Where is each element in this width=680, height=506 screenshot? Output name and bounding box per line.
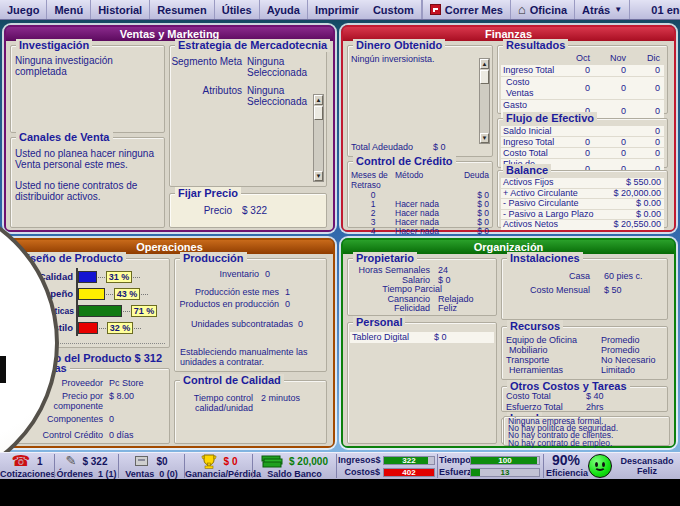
menu-juego[interactable]: Juego [0,0,47,19]
produccion-mes-label: Producción este mes [175,287,279,297]
esfuerzo-meter: 13 [470,468,540,477]
estado-indicator: Descansado Feliz [616,453,678,480]
tablero-digital-value: $ 0 [434,332,494,343]
costos-label: Costos$ [338,467,380,477]
bar-estilo [78,322,98,334]
productos-produccion-label: Productos en producción [175,299,279,309]
costo-mensual-label: Costo Mensual [502,285,590,295]
credito-col3: Deuda [453,170,489,180]
tiempo-control-value: 2 minutos [261,393,326,403]
pct-desempeno: 43 % [114,288,140,300]
precio-label: Precio [170,205,232,216]
costos-meter: 402 [383,468,435,477]
groupbox-fijar-precio: Fijar Precio Precio $ 322 [169,193,327,228]
groupbox-personal: Personal Tablero Digital $ 0 [347,322,497,444]
ordenes-indicator[interactable]: ✎ $ 322 Órdenes 1 (1) [55,453,118,480]
groupbox-produccion: Producción Inventario 0 Producción este … [174,258,327,372]
office-button[interactable]: ⌂ Oficina [511,0,575,19]
inventario-label: Inventario [175,269,259,279]
bar-calidad [78,271,97,283]
deuda-4: $ 0 [453,227,489,236]
menu-custom[interactable]: Custom [366,0,422,19]
groupbox-instalaciones: Instalaciones Casa 60 pies c. Costo Mens… [501,258,668,320]
scroll-thumb[interactable] [314,106,323,120]
menu-utiles[interactable]: Útiles [215,0,260,19]
col-oct: Oct [558,53,594,64]
tablero-digital-label: Tablero Digital [350,332,428,343]
groupbox-flujo-efectivo: Flujo de Efectivo Saldo Inicial 0 Ingres… [497,118,668,168]
pct-estilo: 32 % [107,322,133,334]
menu-menu[interactable]: Menú [47,0,91,19]
status-bar: ☎ 1 Cotizaciones ✎ $ 322 Órdenes 1 (1) $… [0,452,680,479]
tiempo-meter: 100 [470,456,540,465]
dinero-scrollbar[interactable]: ▲ ▼ [479,58,490,144]
scroll-down-button[interactable]: ▼ [314,171,323,181]
precio-value[interactable]: $ 322 [242,205,326,216]
pct-caracteristicas: 71 % [131,305,157,317]
control-credito-value: 0 días [109,430,169,440]
ingresos-meter: 322 [383,456,435,465]
scroll-down-button[interactable]: ▼ [480,133,489,143]
total-adeudado-label: Total Adeudado [351,142,421,152]
cotizaciones-indicator[interactable]: ☎ 1 Cotizaciones [0,453,54,480]
costo-mensual-value: $ 50 [604,285,667,295]
pct-calidad: 31 % [106,271,132,283]
credito-col1: Meses de Retraso [351,170,395,190]
groupbox-recursos: Recursos Equipo de Oficina Promedio Mobi… [501,326,668,380]
segmento-meta-value: Ninguna Seleccionada [247,56,326,78]
esfuerzo-total-value: 2hrs [586,403,664,412]
date-display: 01 ene 10 [630,0,680,19]
menu-historial[interactable]: Historial [91,0,150,19]
casa-value: 60 pies c. [604,271,667,281]
back-dropdown[interactable]: Atrás ▼ [575,0,630,19]
trophy-icon [200,454,218,469]
decoration-notch [0,356,6,383]
order-pen-icon: ✎ [66,455,77,467]
bar-caracteristicas [78,305,122,317]
menu-ayuda[interactable]: Ayuda [260,0,308,19]
saldo-indicator[interactable]: $ 20,000 Saldo Banco [253,453,336,480]
inventario-value: 0 [265,269,326,279]
house-icon: ⌂ [518,4,526,16]
otros-costo-total-label: Costo Total [506,392,586,401]
money-icon [261,454,283,468]
tiempo-esfuerzo-meters: Tiempo 100 Esfuerzo 13 [439,453,543,480]
col-nov: Nov [594,53,630,64]
retraso-4: 4 [351,227,395,236]
groupbox-canales-venta: Canales de Venta Usted no planea hacer n… [10,137,165,228]
col-dic: Dic [630,53,664,64]
groupbox-control-calidad: Control de Calidad Tiempo control calida… [174,380,327,444]
calendar-icon [430,4,441,15]
atributos-label: Atributos [170,85,242,96]
bar-desempeno [78,288,105,300]
subcontratadas-value: 0 [298,319,326,329]
mood-indicator [588,453,616,481]
groupbox-balance: Balance Activos Fijos $ 550.00 + Activo … [497,170,668,228]
chevron-down-icon: ▼ [614,5,622,14]
scroll-up-button[interactable]: ▲ [314,95,323,105]
register-icon [135,456,148,466]
groupbox-estrategia: Estrategia de Mercadotecnia Segmento Met… [169,45,327,187]
estrategia-scrollbar[interactable]: ▲ ▼ [313,94,324,182]
ventas-indicator[interactable]: $0 Ventas 0 (0) [119,453,184,480]
run-month-button[interactable]: Correr Mes [423,0,511,19]
metodo-4[interactable]: Hacer nada [395,227,453,236]
componentes-value: 0 [109,414,169,424]
credito-col2: Método [395,170,453,180]
eficiencia-indicator: 90% Eficiencia [546,453,586,480]
canales-text-2: Usted no tiene contratos de distribuidor… [11,170,164,202]
ganancia-indicator[interactable]: $ 0 Ganancia/Pérdida [185,453,252,480]
tiempo-control-label: Tiempo control calidad/unidad [175,393,253,413]
panel-finanzas: Finanzas Dinero Obtenido Ningún inversio… [341,25,676,232]
groupbox-legal-lines: Ninguna empresa formal. No hay política … [503,416,670,446]
esfuerzo-total-label: Esfuerzo Total [506,403,586,412]
scroll-thumb[interactable] [480,70,489,84]
groupbox-dinero-obtenido: Dinero Obtenido Ningún inversionista. ▲ … [347,45,493,157]
scroll-up-button[interactable]: ▲ [480,59,489,69]
groupbox-resultados: Resultados Oct Nov Dic Ingreso Total 0 0… [497,45,668,114]
menu-imprimir[interactable]: Imprimir [308,0,366,19]
proveedor-value: Pc Store [109,378,169,388]
menu-resumen[interactable]: Resumen [150,0,215,19]
casa-label: Casa [502,271,590,281]
produccion-note: Estableciendo manualmente las unidades a… [180,347,320,367]
